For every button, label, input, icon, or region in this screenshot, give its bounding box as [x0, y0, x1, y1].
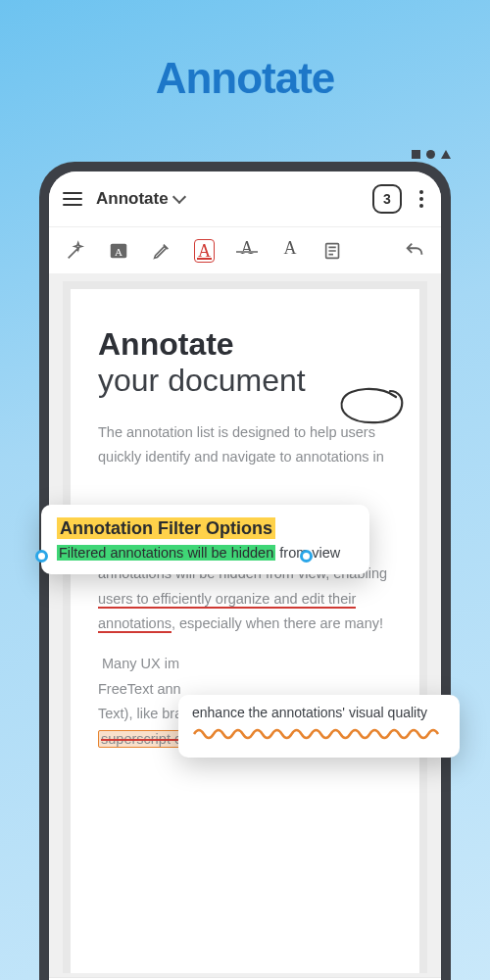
selection-handle[interactable] [35, 550, 48, 563]
texthighlight-tool-icon[interactable]: A [279, 238, 301, 264]
freehand-circle-annotation[interactable] [331, 383, 410, 428]
squiggly-annotation[interactable] [192, 726, 446, 744]
app-header: Annotate 3 [49, 172, 441, 226]
highlighter-tool-icon[interactable] [151, 240, 172, 262]
mode-dropdown[interactable]: Annotate [96, 189, 184, 209]
highlight-annotation[interactable]: Annotation Filter Options [57, 517, 275, 539]
menu-icon[interactable] [63, 192, 82, 206]
selection-handle[interactable] [300, 550, 313, 563]
underline-annotation[interactable]: annotations [98, 615, 172, 633]
undo-icon[interactable] [404, 240, 425, 262]
promo-title: Annotate [0, 0, 490, 103]
phone-screen: Annotate 3 A A A A [49, 172, 441, 980]
chevron-down-icon [172, 190, 186, 204]
filter-options-callout: Annotation Filter Options Filtered annot… [41, 505, 369, 574]
annotation-toolbar: A A A A [49, 226, 441, 273]
wand-tool-icon[interactable] [65, 240, 86, 262]
underline-annotation[interactable]: users to efficiently organize and edit t… [98, 591, 356, 609]
underline-tool-icon[interactable]: A [194, 239, 215, 263]
squiggly-callout: enhance the annotations' visual quality [178, 695, 460, 758]
page-count-badge[interactable]: 3 [372, 184, 402, 214]
more-icon[interactable] [416, 190, 427, 208]
document-page: Annotate your document The annotation li… [71, 289, 419, 973]
highlight-annotation[interactable]: Filtered annotations will be hidden [57, 545, 275, 561]
note-tool-icon[interactable] [322, 240, 344, 262]
freetext-tool-icon[interactable]: A [108, 240, 129, 262]
svg-text:A: A [115, 245, 122, 257]
strikethrough-tool-icon[interactable]: A [236, 238, 258, 264]
document-viewport[interactable]: Annotate your document The annotation li… [63, 281, 427, 973]
device-indicators [412, 150, 451, 159]
mode-label: Annotate [96, 189, 169, 209]
